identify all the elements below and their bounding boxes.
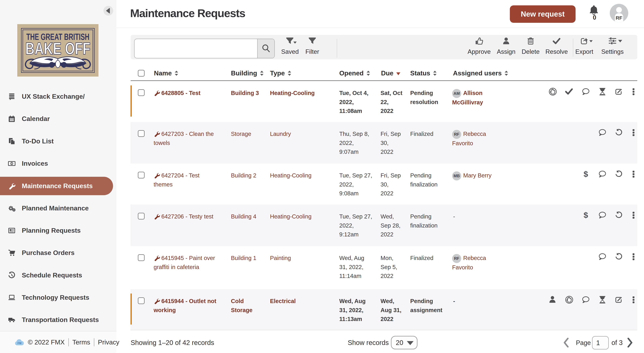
- svg-text:RF: RF: [616, 15, 622, 20]
- svg-text:1: 1: [11, 162, 12, 165]
- svg-text:FM: FM: [18, 342, 21, 345]
- svg-text:$: $: [584, 170, 588, 178]
- svg-text:BAKE OFF: BAKE OFF: [25, 39, 90, 58]
- svg-text:$: $: [584, 211, 588, 219]
